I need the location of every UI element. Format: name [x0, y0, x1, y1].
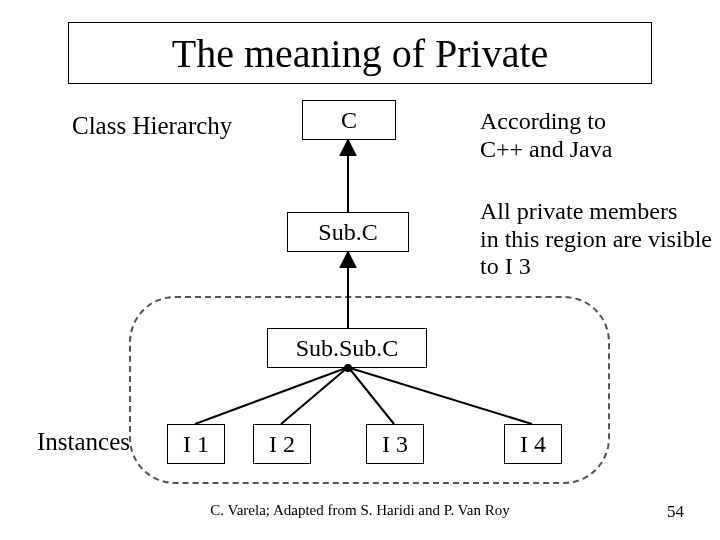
instance-i1: I 1: [167, 424, 225, 464]
class-hierarchy-label: Class Hierarchy: [72, 112, 232, 140]
note-private-line2: in this region are visible: [480, 226, 712, 254]
footer-credit: C. Varela; Adapted from S. Haridi and P.…: [0, 502, 720, 519]
note-according: According to C++ and Java: [480, 108, 612, 163]
slide: The meaning of Private Class Hierarchy C…: [0, 0, 720, 540]
node-sub-sub-c: Sub.Sub.C: [267, 328, 427, 368]
note-private: All private members in this region are v…: [480, 198, 712, 281]
instance-i2: I 2: [253, 424, 311, 464]
page-number: 54: [667, 502, 684, 522]
instance-i3: I 3: [366, 424, 424, 464]
instances-label: Instances: [37, 428, 130, 456]
instance-i4: I 4: [504, 424, 562, 464]
node-sub-c: Sub.C: [287, 212, 409, 252]
node-c: C: [302, 100, 396, 140]
note-private-line1: All private members: [480, 198, 712, 226]
title-box: The meaning of Private: [68, 22, 652, 84]
note-according-line2: C++ and Java: [480, 136, 612, 164]
note-according-line1: According to: [480, 108, 612, 136]
page-title: The meaning of Private: [172, 30, 549, 77]
note-private-line3: to I 3: [480, 253, 712, 281]
